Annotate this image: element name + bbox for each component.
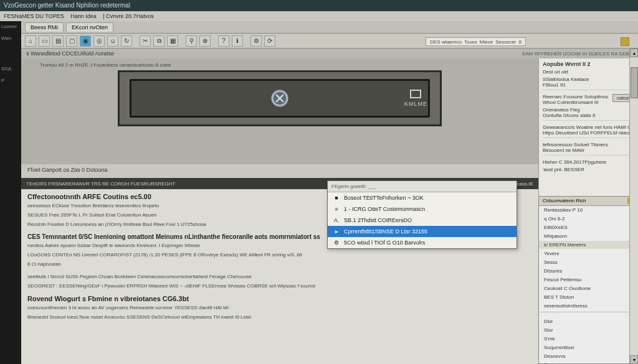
item-label: 1 - ICRG OtteT Costemonmascn (344, 206, 425, 212)
inline-toolbar: DES wtaemco Tooss Miece Sescecer 8 (426, 37, 526, 46)
badge-item[interactable]: Sescecer (495, 39, 516, 45)
list-item[interactable]: k/ EREFN Meretrrs (539, 241, 637, 250)
list-item[interactable]: S'mk (539, 335, 637, 343)
article-text: Bnesestd Sroeod ioesLTeue nuset Aroeovso… (27, 314, 532, 321)
list-item[interactable]: Stor (539, 326, 637, 335)
window-title: VzoGescon getter Kisand Nphilion redeter… (4, 0, 130, 11)
item-icon: ■ (333, 194, 340, 202)
item-label: Boseot TEtiTTeFnhorken ~ 3OK (344, 195, 424, 201)
refresh-icon[interactable]: ↻ (121, 35, 132, 47)
act-item[interactable]: P (1, 78, 20, 83)
notification-icon[interactable] (621, 37, 629, 46)
list-item[interactable]: Descevvs (539, 352, 637, 361)
popup-header: FEgerin goeeth ___ (328, 181, 517, 192)
doc-icon[interactable]: ▭ (39, 35, 50, 47)
popup-item[interactable]: A.SB.1 2Thdstt COIREersDO (328, 215, 517, 226)
tab[interactable]: Beess RMI (25, 22, 64, 32)
toolbar: ⌂ ▭ ▤ ▢ ◉ ◎ ☺ ↻ ✂ ⧉ ▦ ⚲ ⊕ ? ℹ ⚙ ⟳ (21, 34, 638, 49)
menu-item[interactable]: FESNaMES DU TOPES (4, 13, 64, 19)
side-group-title: SSlalbtodca Keatace (543, 77, 634, 82)
gear-icon[interactable]: ⚙ (250, 35, 262, 47)
paste-icon[interactable]: ▦ (167, 35, 178, 47)
home-icon[interactable]: ⌂ (25, 35, 36, 47)
list-item[interactable]: EBt0XeES (539, 223, 637, 232)
breadcrumb-row: s Wanedletod CDCEUIfiold Auratse EAM RFF… (21, 49, 638, 58)
list-item[interactable]: sesensottsirctisress (539, 302, 637, 310)
hero-panel: Trontou 48 2 m RHZE J Fouedsess oenandva… (21, 58, 538, 164)
header-note: EAM RFFREHER IZOOIM IH SUEILES RA GDES (522, 51, 633, 57)
device-banner: KMLME (118, 70, 442, 126)
side-text: Reerrarc Foosone Sotopttnos Whod Cotrent… (543, 94, 612, 105)
status-left: TEHORS FRSNARERANVR TRS RE COROH FUESRUR… (26, 181, 175, 187)
popup-item[interactable]: ⚙5CO wtixd l TIOf G O10 Barvolrs (328, 237, 517, 248)
title-bar: VzoGescon getter Kisand Nphilion redeter… (0, 0, 638, 11)
menu-bar[interactable]: FESNaMES DU TOPES Hann Idea | Cvnvre 20.… (0, 11, 638, 21)
act-item[interactable]: Wen (1, 35, 20, 41)
article-text: SEOGREST : EESSENtng/GEsF i Ppwuoier ERF… (27, 282, 532, 290)
list-item[interactable]: Dse (539, 317, 637, 326)
page-icon[interactable]: ▢ (66, 35, 77, 47)
menu-item[interactable]: Hann Idea (70, 13, 97, 19)
tab-strip: Beess RMI EKcori nvOten (21, 21, 638, 34)
scroll-thumb[interactable] (631, 67, 638, 98)
list-item[interactable]: Ceokoet C Ouotbone (539, 284, 637, 293)
scroll-down-icon[interactable]: ▾ (630, 355, 638, 364)
list-item[interactable]: Soqurrentbon (539, 343, 637, 352)
popup-title: FEgerin goeeth (331, 184, 366, 189)
help-icon[interactable]: ? (218, 35, 229, 47)
user-icon[interactable]: ☺ (107, 35, 118, 47)
close-x-icon (269, 88, 290, 109)
popup-item[interactable]: ▸Cprrenthtltt1SBNSE D Ltsr 32155 (328, 226, 517, 237)
help2-icon[interactable]: ℹ (232, 35, 243, 47)
side-text: 'asst pnt- BESSER (543, 167, 634, 172)
act-item[interactable]: SSA (1, 66, 20, 72)
popup-item[interactable]: ≡1 - ICRG OtteT Costemonmascn (328, 203, 517, 215)
item-label: Cprrenthtltt1SBNSE D Ltsr 32155 (344, 228, 427, 235)
list-item[interactable]: D0ssnrs (539, 267, 637, 276)
copy-icon[interactable]: ⧉ (153, 35, 164, 47)
article-heading: Rovend Wiogurt s Fbmine n vibreiotanes C… (27, 295, 532, 302)
list-header: Cidsomvatenn Rich (539, 197, 637, 206)
disk2-icon[interactable]: ◎ (93, 35, 105, 47)
item-label: 5CO wtixd l TIOf G O10 Barvolrs (344, 240, 425, 246)
disk-icon[interactable]: ◉ (80, 35, 91, 47)
scrollbar[interactable]: ▴ ▾ (629, 49, 638, 364)
item-icon: ⚙ (333, 239, 340, 246)
side-value: FBtou1 91 (543, 82, 634, 88)
left-activity-bar: Luoner Wen SSA P (0, 21, 21, 364)
article-text: seettiute l Sicrcd SUSh Pegeen Choan Bon… (27, 273, 532, 281)
article-text: LOoGOttS CDNTEn NS Urenerl CORAROFIST (2… (27, 251, 532, 259)
side-group-title: tefinosressoo Ssduet Titsners (543, 142, 634, 147)
popup-item[interactable]: ■Boseot TEtiTTeFnhorken ~ 3OK (328, 192, 517, 203)
list-title: Cidsomvatenn Rich (543, 198, 586, 204)
list-item[interactable]: Sesss (539, 258, 637, 267)
book-icon[interactable]: ▤ (52, 35, 64, 47)
side-group-title: Oneranatos Fleg (543, 107, 634, 113)
list-item[interactable]: q Ors 8-2 (539, 215, 637, 223)
badge-item[interactable]: 8 (519, 39, 521, 45)
list-item[interactable]: Rentessikev P 10 (539, 206, 637, 215)
badge-item[interactable]: Miece (480, 39, 493, 45)
list-item[interactable]: MNpasorn (539, 232, 637, 241)
list-item[interactable]: Fescot Petternso (539, 276, 637, 284)
list-item[interactable]: BES T Stoton (539, 293, 637, 302)
zoom-icon[interactable]: ⊕ (199, 35, 211, 47)
list-item[interactable]: Derort (539, 361, 637, 364)
find-icon[interactable]: ⚲ (186, 35, 197, 47)
badge-item[interactable]: DES wtaemco (430, 39, 462, 45)
list-item[interactable]: Yevere (539, 250, 637, 258)
badge-item[interactable]: Tooss (464, 39, 477, 45)
item-icon: ≡ (333, 205, 340, 213)
indicator-icon (410, 90, 421, 98)
side-value: Besooerd ne MAW (543, 147, 634, 153)
act-item[interactable]: Luoner (1, 24, 20, 29)
section-label: Ffoet Ganpott os Zas 0 Dotoona (21, 164, 538, 178)
cut-icon[interactable]: ✂ (140, 35, 151, 47)
menu-item[interactable]: Cvnvre 20.7Hatvos (106, 13, 154, 19)
side-text: Gewearanccrs Woatne net fons HAMI Cif Ht… (543, 124, 634, 138)
side-text: Hieher C 384,261TPpguhere (543, 159, 634, 165)
scroll-up-icon[interactable]: ▴ (630, 49, 638, 57)
dropdown-popup: FEgerin goeeth ___ ■Boseot TEtiTTeFnhork… (327, 180, 517, 249)
refresh2-icon[interactable]: ⟳ (264, 35, 275, 47)
tab[interactable]: EKcori nvOten (66, 22, 113, 32)
